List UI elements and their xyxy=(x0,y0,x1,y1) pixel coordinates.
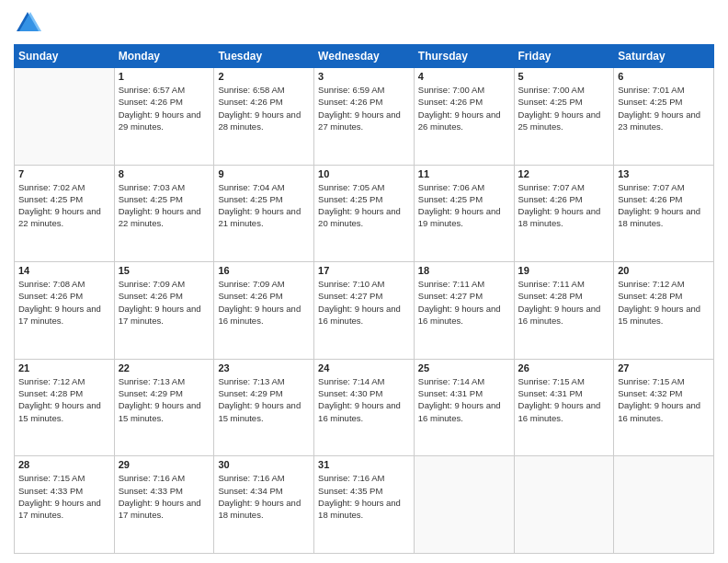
calendar-cell: 12Sunrise: 7:07 AMSunset: 4:26 PMDayligh… xyxy=(514,165,614,262)
logo-icon xyxy=(14,9,41,37)
day-number: 30 xyxy=(218,459,310,470)
day-info: Sunrise: 7:01 AMSunset: 4:25 PMDaylight:… xyxy=(618,84,710,132)
calendar-cell: 11Sunrise: 7:06 AMSunset: 4:25 PMDayligh… xyxy=(414,165,514,262)
day-info: Sunrise: 7:07 AMSunset: 4:26 PMDaylight:… xyxy=(518,181,610,230)
day-header-monday: Monday xyxy=(114,45,214,68)
calendar-cell: 7Sunrise: 7:02 AMSunset: 4:25 PMDaylight… xyxy=(15,165,115,262)
calendar-cell: 19Sunrise: 7:11 AMSunset: 4:28 PMDayligh… xyxy=(514,262,614,360)
calendar-cell: 13Sunrise: 7:07 AMSunset: 4:26 PMDayligh… xyxy=(614,165,714,262)
day-number: 1 xyxy=(119,71,210,82)
day-number: 5 xyxy=(518,71,610,82)
day-number: 24 xyxy=(318,362,410,373)
day-info: Sunrise: 7:04 AMSunset: 4:25 PMDaylight:… xyxy=(218,181,310,230)
calendar-page: SundayMondayTuesdayWednesdayThursdayFrid… xyxy=(0,0,728,563)
day-info: Sunrise: 7:15 AMSunset: 4:31 PMDaylight:… xyxy=(518,375,610,424)
day-number: 27 xyxy=(618,362,710,373)
day-header-friday: Friday xyxy=(514,45,614,68)
day-number: 18 xyxy=(418,265,510,276)
calendar-cell: 23Sunrise: 7:13 AMSunset: 4:29 PMDayligh… xyxy=(214,359,314,456)
day-number: 23 xyxy=(218,362,310,373)
day-info: Sunrise: 7:13 AMSunset: 4:29 PMDaylight:… xyxy=(119,375,210,424)
day-number: 6 xyxy=(618,71,710,82)
week-row-2: 7Sunrise: 7:02 AMSunset: 4:25 PMDaylight… xyxy=(15,165,714,262)
day-info: Sunrise: 7:07 AMSunset: 4:26 PMDaylight:… xyxy=(618,181,710,230)
calendar-cell: 18Sunrise: 7:11 AMSunset: 4:27 PMDayligh… xyxy=(414,262,514,360)
day-number: 19 xyxy=(518,265,610,276)
calendar-cell: 9Sunrise: 7:04 AMSunset: 4:25 PMDaylight… xyxy=(214,165,314,262)
day-info: Sunrise: 7:02 AMSunset: 4:25 PMDaylight:… xyxy=(18,181,110,230)
calendar-cell xyxy=(15,68,115,166)
day-info: Sunrise: 7:11 AMSunset: 4:28 PMDaylight:… xyxy=(518,278,610,327)
calendar-cell: 26Sunrise: 7:15 AMSunset: 4:31 PMDayligh… xyxy=(514,359,614,456)
calendar-cell: 3Sunrise: 6:59 AMSunset: 4:26 PMDaylight… xyxy=(314,68,415,166)
day-info: Sunrise: 7:14 AMSunset: 4:31 PMDaylight:… xyxy=(418,375,510,424)
calendar-cell xyxy=(414,456,514,554)
calendar-cell: 20Sunrise: 7:12 AMSunset: 4:28 PMDayligh… xyxy=(614,262,714,360)
day-info: Sunrise: 7:13 AMSunset: 4:29 PMDaylight:… xyxy=(218,375,310,424)
calendar-cell: 28Sunrise: 7:15 AMSunset: 4:33 PMDayligh… xyxy=(15,456,115,554)
day-number: 9 xyxy=(218,168,310,179)
day-number: 31 xyxy=(318,459,410,470)
day-number: 17 xyxy=(318,265,410,276)
day-number: 15 xyxy=(119,265,210,276)
calendar-cell: 22Sunrise: 7:13 AMSunset: 4:29 PMDayligh… xyxy=(114,359,214,456)
day-number: 14 xyxy=(18,265,110,276)
day-info: Sunrise: 7:08 AMSunset: 4:26 PMDaylight:… xyxy=(18,278,110,327)
day-number: 16 xyxy=(218,265,310,276)
calendar-header-row: SundayMondayTuesdayWednesdayThursdayFrid… xyxy=(15,45,714,68)
calendar-cell: 4Sunrise: 7:00 AMSunset: 4:26 PMDaylight… xyxy=(414,68,514,166)
day-number: 3 xyxy=(318,71,410,82)
day-info: Sunrise: 7:16 AMSunset: 4:33 PMDaylight:… xyxy=(119,472,210,521)
calendar-cell: 6Sunrise: 7:01 AMSunset: 4:25 PMDaylight… xyxy=(614,68,714,166)
calendar-cell: 21Sunrise: 7:12 AMSunset: 4:28 PMDayligh… xyxy=(15,359,115,456)
day-info: Sunrise: 7:15 AMSunset: 4:32 PMDaylight:… xyxy=(618,375,710,424)
header xyxy=(14,9,714,37)
day-info: Sunrise: 7:05 AMSunset: 4:25 PMDaylight:… xyxy=(318,181,410,230)
day-number: 13 xyxy=(618,168,710,179)
calendar-cell: 8Sunrise: 7:03 AMSunset: 4:25 PMDaylight… xyxy=(114,165,214,262)
week-row-3: 14Sunrise: 7:08 AMSunset: 4:26 PMDayligh… xyxy=(15,262,714,360)
calendar-cell: 16Sunrise: 7:09 AMSunset: 4:26 PMDayligh… xyxy=(214,262,314,360)
day-number: 2 xyxy=(218,71,310,82)
week-row-1: 1Sunrise: 6:57 AMSunset: 4:26 PMDaylight… xyxy=(15,68,714,166)
day-info: Sunrise: 7:09 AMSunset: 4:26 PMDaylight:… xyxy=(119,278,210,327)
day-number: 28 xyxy=(18,459,110,470)
day-info: Sunrise: 7:11 AMSunset: 4:27 PMDaylight:… xyxy=(418,278,510,327)
day-number: 11 xyxy=(418,168,510,179)
day-info: Sunrise: 6:58 AMSunset: 4:26 PMDaylight:… xyxy=(218,84,310,132)
day-number: 12 xyxy=(518,168,610,179)
day-header-tuesday: Tuesday xyxy=(214,45,314,68)
day-info: Sunrise: 7:06 AMSunset: 4:25 PMDaylight:… xyxy=(418,181,510,230)
day-info: Sunrise: 7:12 AMSunset: 4:28 PMDaylight:… xyxy=(618,278,710,327)
calendar-cell: 10Sunrise: 7:05 AMSunset: 4:25 PMDayligh… xyxy=(314,165,415,262)
calendar-cell: 24Sunrise: 7:14 AMSunset: 4:30 PMDayligh… xyxy=(314,359,415,456)
calendar-cell: 30Sunrise: 7:16 AMSunset: 4:34 PMDayligh… xyxy=(214,456,314,554)
calendar-table: SundayMondayTuesdayWednesdayThursdayFrid… xyxy=(14,44,714,554)
calendar-cell xyxy=(514,456,614,554)
day-number: 7 xyxy=(18,168,110,179)
day-header-sunday: Sunday xyxy=(15,45,115,68)
calendar-cell: 1Sunrise: 6:57 AMSunset: 4:26 PMDaylight… xyxy=(114,68,214,166)
day-number: 4 xyxy=(418,71,510,82)
day-info: Sunrise: 7:09 AMSunset: 4:26 PMDaylight:… xyxy=(218,278,310,327)
day-info: Sunrise: 7:16 AMSunset: 4:34 PMDaylight:… xyxy=(218,472,310,521)
week-row-5: 28Sunrise: 7:15 AMSunset: 4:33 PMDayligh… xyxy=(15,456,714,554)
calendar-cell: 2Sunrise: 6:58 AMSunset: 4:26 PMDaylight… xyxy=(214,68,314,166)
day-info: Sunrise: 7:03 AMSunset: 4:25 PMDaylight:… xyxy=(119,181,210,230)
day-number: 21 xyxy=(18,362,110,373)
calendar-cell xyxy=(614,456,714,554)
day-info: Sunrise: 6:59 AMSunset: 4:26 PMDaylight:… xyxy=(318,84,410,132)
calendar-cell: 5Sunrise: 7:00 AMSunset: 4:25 PMDaylight… xyxy=(514,68,614,166)
day-number: 22 xyxy=(119,362,210,373)
day-info: Sunrise: 7:16 AMSunset: 4:35 PMDaylight:… xyxy=(318,472,410,521)
calendar-cell: 15Sunrise: 7:09 AMSunset: 4:26 PMDayligh… xyxy=(114,262,214,360)
day-number: 20 xyxy=(618,265,710,276)
day-info: Sunrise: 7:12 AMSunset: 4:28 PMDaylight:… xyxy=(18,375,110,424)
calendar-cell: 14Sunrise: 7:08 AMSunset: 4:26 PMDayligh… xyxy=(15,262,115,360)
day-info: Sunrise: 7:00 AMSunset: 4:25 PMDaylight:… xyxy=(518,84,610,132)
day-info: Sunrise: 7:14 AMSunset: 4:30 PMDaylight:… xyxy=(318,375,410,424)
day-number: 8 xyxy=(119,168,210,179)
day-info: Sunrise: 7:00 AMSunset: 4:26 PMDaylight:… xyxy=(418,84,510,132)
day-info: Sunrise: 7:15 AMSunset: 4:33 PMDaylight:… xyxy=(18,472,110,521)
day-number: 10 xyxy=(318,168,410,179)
